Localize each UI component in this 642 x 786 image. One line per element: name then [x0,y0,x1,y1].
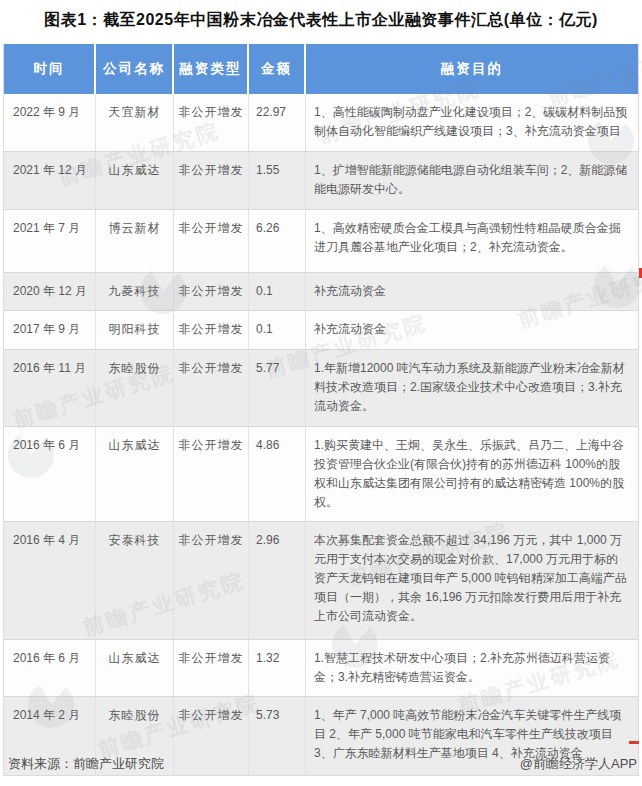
cell-company: 九菱科技 [96,273,174,310]
cell-purpose: 补充流动资金 [306,311,638,349]
cell-company: 博云新材 [96,210,174,272]
cell-purpose: 1、扩增智能新能源储能电源自动化组装车间；2、新能源储能电源研发中心。 [306,152,638,209]
cell-date: 2016 年 11 月 [4,350,96,426]
cell-amount: 4.86 [249,427,306,521]
cell-company: 山东威达 [96,152,174,209]
cell-amount: 0.1 [249,311,306,349]
cell-company: 东睦股份 [96,350,174,426]
cell-purpose: 1、高性能碳陶制动盘产业化建设项目；2、碳碳材料制品预制体自动化智能编织产线建设… [306,94,638,151]
cell-type: 非公开增发 [174,522,249,639]
cell-date: 2016 年 6 月 [4,427,96,521]
cell-purpose: 1.购买黄建中、王炯、吴永生、乐振武、吕乃二、上海中谷投资管理合伙企业(有限合伙… [306,427,638,521]
cell-type: 非公开增发 [174,350,249,426]
col-header-amount: 金额 [249,44,306,94]
credit-note: @前瞻经济学人APP [520,755,637,773]
cell-company: 天宜新材 [96,94,174,151]
cell-date: 2016 年 4 月 [4,522,96,639]
table-row: 2022 年 9 月 天宜新材 非公开增发 22.97 1、高性能碳陶制动盘产业… [4,94,638,151]
cell-company: 安泰科技 [96,522,174,639]
cell-purpose: 1、高效精密硬质合金工模具与高强韧性特粗晶硬质合金掘进刀具麓谷基地产业化项目；2… [306,210,638,272]
cell-amount: 1.32 [249,640,306,696]
table-header-row: 时间 公司名称 融资类型 金额 融资目的 [4,44,638,94]
cell-amount: 1.55 [249,152,306,209]
cell-company: 山东威达 [96,427,174,521]
red-mark [629,741,639,744]
table-row: 2016 年 6 月 山东威达 非公开增发 4.86 1.购买黄建中、王炯、吴永… [4,426,638,521]
cell-date: 2017 年 9 月 [4,311,96,349]
table-row: 2016 年 6 月 山东威达 非公开增发 1.32 1.智慧工程技术研发中心项… [4,639,638,696]
source-note: 资料来源：前瞻产业研究院 [8,755,164,773]
table-row: 2021 年 12 月 山东威达 非公开增发 1.55 1、扩增智能新能源储能电… [4,151,638,209]
cell-date: 2021 年 12 月 [4,152,96,209]
cell-type: 非公开增发 [174,152,249,209]
cell-date: 2022 年 9 月 [4,94,96,151]
cell-type: 非公开增发 [174,273,249,310]
figure-footer: 资料来源：前瞻产业研究院 @前瞻经济学人APP [8,755,637,773]
cell-amount: 5.77 [249,350,306,426]
cell-amount: 2.96 [249,522,306,639]
cell-type: 非公开增发 [174,640,249,696]
cell-company: 明阳科技 [96,311,174,349]
cell-purpose: 补充流动资金 [306,273,638,310]
cell-type: 非公开增发 [174,210,249,272]
table-row: 2016 年 11 月 东睦股份 非公开增发 5.77 1.年新增12000 吨… [4,349,638,426]
cell-amount: 0.1 [249,273,306,310]
col-header-time: 时间 [4,44,96,94]
cell-company: 山东威达 [96,640,174,696]
col-header-purpose: 融资目的 [306,44,638,94]
col-header-type: 融资类型 [174,44,249,94]
cell-type: 非公开增发 [174,427,249,521]
report-figure: 图表1：截至2025年中国粉末冶金代表性上市企业融资事件汇总(单位：亿元) 时间… [0,0,642,786]
table-row: 2016 年 4 月 安泰科技 非公开增发 2.96 本次募集配套资金总额不超过… [4,521,638,639]
cell-date: 2020 年 12 月 [4,273,96,310]
cell-purpose: 1.年新增12000 吨汽车动力系统及新能源产业粉末冶金新材料技术改造项目；2.… [306,350,638,426]
cell-amount: 22.97 [249,94,306,151]
table-row: 2020 年 12 月 九菱科技 非公开增发 0.1 补充流动资金 [4,272,638,310]
cell-type: 非公开增发 [174,311,249,349]
col-header-company: 公司名称 [96,44,174,94]
cell-purpose: 1.智慧工程技术研发中心项目；2.补充苏州德迈科营运资金；3.补充精密铸造营运资… [306,640,638,696]
cell-amount: 6.26 [249,210,306,272]
cell-date: 2021 年 7 月 [4,210,96,272]
figure-title: 图表1：截至2025年中国粉末冶金代表性上市企业融资事件汇总(单位：亿元) [8,10,634,31]
cell-purpose: 本次募集配套资金总额不超过 34,196 万元，其中 1,000 万元用于支付本… [306,522,638,639]
financing-table: 时间 公司名称 融资类型 金额 融资目的 2022 年 9 月 天宜新材 非公开… [3,44,639,776]
cell-date: 2016 年 6 月 [4,640,96,696]
cell-type: 非公开增发 [174,94,249,151]
table-row: 2021 年 7 月 博云新材 非公开增发 6.26 1、高效精密硬质合金工模具… [4,209,638,272]
table-row: 2017 年 9 月 明阳科技 非公开增发 0.1 补充流动资金 [4,310,638,349]
